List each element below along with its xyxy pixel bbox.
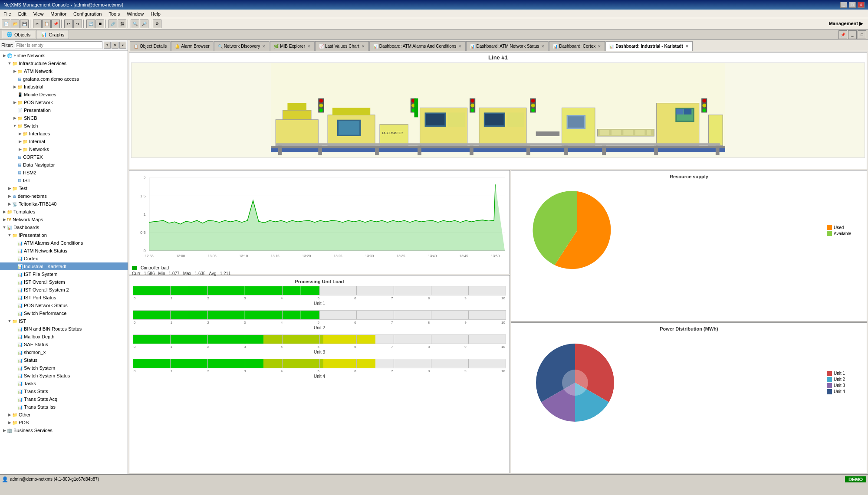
tab-graphs[interactable]: 📊 Graphs bbox=[36, 30, 69, 39]
tree-item-industrial-karlstadt[interactable]: 📊 Industrial - Karlstadt bbox=[0, 262, 128, 270]
menu-tools[interactable]: Tools bbox=[105, 10, 123, 17]
tab-last-values[interactable]: 📈 Last Values Chart ✕ bbox=[315, 41, 369, 51]
tb-zoom-in[interactable]: 🔍 bbox=[131, 20, 139, 28]
tree-item-saf-status[interactable]: 📊 SAF Status bbox=[0, 341, 128, 348]
tab-close-icon[interactable]: ✕ bbox=[262, 44, 266, 49]
tree-item-pos[interactable]: ▶ 📁 POS Network bbox=[0, 98, 128, 106]
tree-item-atm-alarms[interactable]: 📊 ATM Alarms And Conditions bbox=[0, 239, 128, 247]
tb-undo[interactable]: ↩ bbox=[64, 20, 73, 28]
tab-mib-explorer[interactable]: 🌿 MIB Explorer ✕ bbox=[270, 41, 315, 51]
menu-help[interactable]: Help bbox=[147, 10, 164, 17]
tree-item-switch-performance[interactable]: 📊 Switch Performance bbox=[0, 309, 128, 317]
tab-close-icon[interactable]: ✕ bbox=[598, 44, 601, 49]
filter-clear-icon[interactable]: ✕ bbox=[112, 42, 118, 49]
tree-item-switch-system[interactable]: 📊 Switch System bbox=[0, 364, 128, 372]
menu-configuration[interactable]: Configuration bbox=[70, 10, 105, 17]
tree-item-atm-network[interactable]: ▶ 📁 ATM Network bbox=[0, 67, 128, 75]
panel-pin[interactable]: 📌 bbox=[838, 30, 847, 39]
tab-network-discovery[interactable]: 🔍 Network Discovery ✕ bbox=[214, 41, 270, 51]
tree-item-interfaces[interactable]: ▶ 📁 Interfaces bbox=[0, 130, 128, 138]
tree-item-ist2[interactable]: ▼ 📁 IST bbox=[0, 317, 128, 325]
tree-item-other[interactable]: ▶ 📁 Other bbox=[0, 411, 128, 419]
tb-cut[interactable]: ✂ bbox=[33, 20, 42, 28]
tb-connect[interactable]: 🔗 bbox=[108, 20, 117, 28]
tree-item-pos-network-status[interactable]: 📊 POS Network Status bbox=[0, 302, 128, 309]
tree-item-hsm2[interactable]: 🖥 HSM2 bbox=[0, 169, 128, 177]
tb-settings[interactable]: ⚙ bbox=[153, 20, 161, 28]
menu-edit[interactable]: Edit bbox=[15, 10, 30, 17]
tree-item-mobile[interactable]: 📱 Mobile Devices bbox=[0, 91, 128, 98]
filter-input[interactable] bbox=[15, 41, 103, 49]
tree-item-cortex-dash[interactable]: 📊 Cortex bbox=[0, 255, 128, 262]
tree-item-dashboards[interactable]: ▼ 📊 Dashboards bbox=[0, 223, 128, 231]
tree-item-ist-overall2[interactable]: 📊 IST Overall System 2 bbox=[0, 286, 128, 294]
tree-item-presentation[interactable]: 📄 Presentation bbox=[0, 106, 128, 114]
tree-item-cortex[interactable]: 🖥 CORTEX bbox=[0, 153, 128, 161]
filter-options-icon[interactable]: ▾ bbox=[119, 42, 126, 49]
tree-item-shcmon[interactable]: 📊 shcmon_x bbox=[0, 348, 128, 356]
tree-item-templates[interactable]: ▶ 📁 Templates bbox=[0, 208, 128, 216]
tree-item-switch-system-status[interactable]: 📊 Switch System Status bbox=[0, 372, 128, 380]
tab-object-details[interactable]: 📋 Object Details bbox=[130, 41, 171, 51]
menu-monitor[interactable]: Monitor bbox=[47, 10, 70, 17]
tree-item-ist-file[interactable]: 📊 IST File System bbox=[0, 270, 128, 278]
tree-item-networks[interactable]: ▶ 📁 Networks bbox=[0, 145, 128, 153]
tree-item-pos2[interactable]: ▶ 📁 POS bbox=[0, 419, 128, 426]
tab-close-icon[interactable]: ✕ bbox=[362, 44, 365, 49]
tree-item-ist-overall[interactable]: 📊 IST Overall System bbox=[0, 278, 128, 286]
tree-item-teltonika[interactable]: ▶ 📡 Teltonika-TRB140 bbox=[0, 200, 128, 208]
tree-item-grafana[interactable]: 🖥 grafana.com demo access bbox=[0, 75, 128, 83]
tab-close-icon[interactable]: ✕ bbox=[458, 44, 462, 49]
tree-item-ist[interactable]: 🖥 IST bbox=[0, 177, 128, 184]
tree-item-data-navigator[interactable]: 🖥 Data Navigator bbox=[0, 161, 128, 169]
tree-item-atm-network-status[interactable]: 📊 ATM Network Status bbox=[0, 247, 128, 255]
tb-disconnect[interactable]: ⛓ bbox=[118, 20, 126, 28]
tab-alarm-browser[interactable]: 🔔 Alarm Browser bbox=[171, 41, 214, 51]
tb-refresh[interactable]: 🔄 bbox=[86, 20, 95, 28]
tree-item-trans-stats[interactable]: 📊 Trans Stats bbox=[0, 387, 128, 395]
tree-item-bin-routes[interactable]: 📊 BIN and BIN Routes Status bbox=[0, 325, 128, 333]
tb-paste[interactable]: 📌 bbox=[51, 20, 60, 28]
tb-zoom-out[interactable]: 🔎 bbox=[140, 20, 148, 28]
tab-industrial-karlstadt[interactable]: 📊 Dashboard: Industrial - Karlstadt ✕ bbox=[605, 41, 693, 51]
tab-atm-network-status[interactable]: 📊 Dashboard: ATM Network Status ✕ bbox=[466, 41, 549, 51]
menu-view[interactable]: View bbox=[30, 10, 47, 17]
tree-item-trans-stats-iss[interactable]: 📊 Trans Stats Iss bbox=[0, 403, 128, 411]
tree-item-business-services[interactable]: ▶ 🏢 Business Services bbox=[0, 426, 128, 434]
tb-redo[interactable]: ↪ bbox=[73, 20, 82, 28]
tab-close-icon[interactable]: ✕ bbox=[685, 44, 689, 49]
minimize-button[interactable]: _ bbox=[840, 2, 847, 8]
tree-item-mailbox[interactable]: 📊 Mailbox Depth bbox=[0, 333, 128, 341]
filter-help-icon[interactable]: ? bbox=[104, 42, 111, 49]
tree-item-demo-netxms[interactable]: ▶ 🖥 demo-netxms bbox=[0, 192, 128, 200]
tree-item-switch[interactable]: ▼ 📁 Switch bbox=[0, 122, 128, 130]
tree-item-entire-network[interactable]: ▶ 🌐 Entire Network bbox=[0, 52, 128, 59]
tb-save[interactable]: 💾 bbox=[20, 20, 29, 28]
menu-file[interactable]: File bbox=[0, 10, 15, 17]
management-label[interactable]: Management ▶ bbox=[829, 21, 866, 26]
menu-window[interactable]: Window bbox=[123, 10, 147, 17]
tree-item-test[interactable]: ▶ 📁 Test bbox=[0, 184, 128, 192]
tab-objects[interactable]: 🌐 Objects bbox=[2, 30, 35, 39]
panel-maximize[interactable]: □ bbox=[858, 30, 866, 39]
panel-minimize[interactable]: _ bbox=[848, 30, 857, 39]
tree-item-network-maps[interactable]: ▶ 🗺 Network Maps bbox=[0, 216, 128, 223]
tab-close-icon[interactable]: ✕ bbox=[541, 44, 545, 49]
tb-open[interactable]: 📂 bbox=[11, 20, 20, 28]
tab-cortex[interactable]: 📊 Dashboard: Cortex ✕ bbox=[549, 41, 605, 51]
tree-item-industrial[interactable]: ▶ 📁 Industrial bbox=[0, 83, 128, 91]
tree-item-ist-port-status[interactable]: 📊 IST Port Status bbox=[0, 294, 128, 302]
maximize-button[interactable]: □ bbox=[849, 2, 856, 8]
tb-copy[interactable]: 📋 bbox=[42, 20, 51, 28]
tree-item-tasks[interactable]: 📊 Tasks bbox=[0, 380, 128, 387]
tree-item-sncb[interactable]: ▶ 📁 SNCB bbox=[0, 114, 128, 122]
tb-stop[interactable]: ⏹ bbox=[95, 20, 104, 28]
tree-item-presentation2[interactable]: ▼ 📁 !Presentation bbox=[0, 231, 128, 239]
tree-item-infrastructure[interactable]: ▼ 📁 Infrastructure Services bbox=[0, 59, 128, 67]
tree-item-trans-stats-acq[interactable]: 📊 Trans Stats Acq bbox=[0, 395, 128, 403]
close-button[interactable]: ✕ bbox=[858, 2, 865, 8]
tab-close-icon[interactable]: ✕ bbox=[307, 44, 311, 49]
tree-item-internal[interactable]: ▶ 📁 Internal bbox=[0, 138, 128, 145]
tab-atm-alarms[interactable]: 📊 Dashboard: ATM Alarms And Conditions ✕ bbox=[369, 41, 466, 51]
tree-item-status[interactable]: 📊 Status bbox=[0, 356, 128, 364]
